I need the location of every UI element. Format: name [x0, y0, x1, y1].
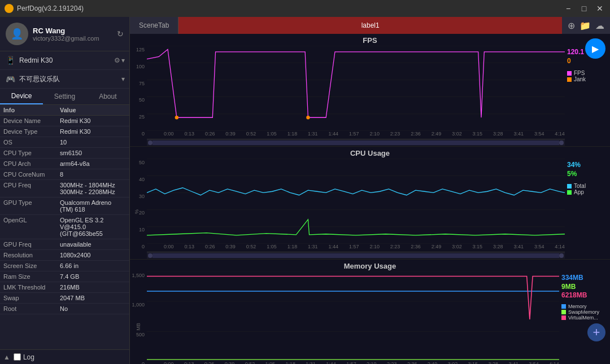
header-info: Info [3, 107, 60, 113]
info-row: CPU Typesm6150 [0, 148, 129, 159]
info-value: Redmi K30 [60, 117, 126, 124]
refresh-icon[interactable]: ↻ [117, 29, 124, 38]
info-value: 216MB [60, 284, 126, 291]
header-value: Value [60, 107, 126, 113]
profile-name: RC Wang [33, 27, 115, 35]
info-value: 7.4 GB [60, 273, 126, 280]
scene-tab[interactable]: SceneTab [130, 17, 178, 34]
memory-y-axis: 1,500 1,000 500 0 [130, 271, 147, 364]
info-key: Resolution [3, 252, 60, 258]
scene-bar: SceneTab label1 ⊕ 📁 ☁ [130, 17, 610, 34]
info-row: Swap2047 MB [0, 293, 129, 304]
app-dropdown-button[interactable]: ▾ [121, 75, 125, 83]
info-table: Info Value Device NameRedmi K30Device Ty… [0, 105, 129, 349]
memory-legend-area: 334MB 9MB 6218MB Memory SwapMemory [559, 271, 610, 364]
fps-scroll-left[interactable] [148, 141, 152, 145]
memory-value1: 334MB [561, 274, 608, 283]
fps-value2: 0 [567, 57, 608, 66]
fps-legend-fps: FPS [567, 70, 608, 76]
play-button[interactable]: ▶ [585, 38, 605, 59]
log-arrow-icon[interactable]: ▲ [3, 353, 10, 361]
device-selector-label: Redmi K30 [19, 56, 113, 64]
memory-chart-body: 1,500 1,000 500 0 MB [130, 271, 610, 364]
tab-device[interactable]: Device [0, 89, 43, 104]
cpu-scroll-right[interactable] [559, 253, 564, 258]
cpu-scroll-left[interactable] [148, 253, 152, 258]
cpu-chart-area [147, 159, 565, 244]
memory-value2: 9MB [561, 283, 608, 292]
info-row: CPU CoreNum8 [0, 169, 129, 180]
info-value: 8 [60, 171, 126, 178]
device-dropdown-button[interactable]: ▾ [121, 56, 125, 64]
folder-icon[interactable]: 📁 [580, 20, 591, 31]
add-chart-button[interactable]: + [587, 323, 605, 341]
info-key: Ram Size [3, 273, 60, 280]
info-value: 1080x2400 [60, 252, 126, 258]
content-area: SceneTab label1 ⊕ 📁 ☁ ▶ FPS 125 100 75 [130, 17, 610, 364]
close-button[interactable]: ✕ [594, 3, 605, 14]
info-row: Device TypeRedmi K30 [0, 126, 129, 137]
info-value: 300MHz - 1804MHz300MHz - 2208MHz [60, 182, 126, 195]
fps-scroll-right[interactable] [559, 141, 564, 145]
fps-y-axis: 125 100 75 50 25 0 [130, 46, 147, 146]
tab-about[interactable]: About [86, 89, 129, 104]
info-row: RootNo [0, 304, 129, 314]
cpu-legend-total: Total [567, 183, 608, 189]
info-value: arm64-v8a [60, 160, 126, 167]
info-value: 6.66 in [60, 262, 126, 269]
virtual-dot [561, 315, 566, 320]
profile-section: 👤 RC Wang victory3332@gmail.com ↻ [0, 17, 129, 51]
titlebar: PerfDog(v3.2.191204) − □ ✕ [0, 0, 610, 17]
memory-svg [147, 271, 559, 361]
fps-chart-title: FPS [130, 36, 610, 45]
memory-value3: 6218MB [561, 291, 608, 300]
info-table-header: Info Value [0, 105, 129, 116]
tab-setting[interactable]: Setting [43, 89, 86, 104]
info-key: GPU Freq [3, 241, 60, 248]
memory-chart-area [147, 271, 559, 361]
profile-info: RC Wang victory3332@gmail.com [33, 27, 115, 42]
fps-chart-body: 125 100 75 50 25 0 [130, 46, 610, 146]
memory-x-axis: 0:000:130:260:390:52 1:051:181:311:441:5… [147, 361, 559, 364]
info-value: Qualcomm Adreno (TM) 618 [60, 199, 126, 213]
top-icons: ⊕ 📁 ☁ [562, 17, 610, 34]
app-selector-row: 🎮 不可思议乐队 ▾ [0, 70, 129, 89]
fps-scrollbar[interactable] [147, 139, 565, 146]
log-label: Log [23, 353, 34, 361]
info-value: 10 [60, 139, 126, 146]
info-row: CPU Archarm64-v8a [0, 159, 129, 169]
info-key: Device Name [3, 117, 60, 124]
info-key: Root [3, 305, 60, 312]
mem-y-label: MB [136, 323, 141, 331]
location-icon[interactable]: ⊕ [568, 20, 575, 31]
sidebar: 👤 RC Wang victory3332@gmail.com ↻ 📱 Redm… [0, 17, 130, 364]
app-title: PerfDog(v3.2.191204) [17, 5, 563, 12]
info-value: Redmi K30 [60, 128, 126, 135]
info-key: GPU Type [3, 199, 60, 206]
jank-legend-dot [567, 77, 572, 82]
cpu-svg [147, 159, 565, 244]
app-icon-small: 🎮 [5, 73, 16, 85]
info-row: CPU Freq300MHz - 1804MHz300MHz - 2208MHz [0, 180, 129, 198]
device-icon: 📱 [5, 55, 16, 66]
cloud-icon[interactable]: ☁ [595, 20, 604, 31]
cpu-scrollbar[interactable] [147, 252, 565, 258]
info-row: Ram Size7.4 GB [0, 271, 129, 282]
cpu-legend-app: App [567, 189, 608, 195]
info-key: CPU CoreNum [3, 171, 60, 178]
memory-chart-title: Memory Usage [130, 262, 610, 270]
device-settings-button[interactable]: ⚙ [114, 56, 120, 64]
log-checkbox[interactable] [14, 353, 21, 361]
log-bar: ▲ Log [0, 349, 129, 364]
info-key: CPU Type [3, 150, 60, 156]
minimize-button[interactable]: − [563, 3, 574, 14]
cpu-value2: 5% [567, 170, 608, 179]
profile-email: victory3332@gmail.com [33, 35, 115, 42]
info-key: CPU Arch [3, 160, 60, 167]
memory-dot [561, 304, 566, 309]
info-row: OS10 [0, 137, 129, 148]
maximize-button[interactable]: □ [578, 3, 590, 14]
label-tab[interactable]: label1 [178, 17, 562, 34]
cpu-x-axis: 0:000:130:260:390:52 1:051:181:311:441:5… [147, 244, 565, 252]
charts-container: ▶ FPS 125 100 75 50 25 0 [130, 34, 610, 364]
